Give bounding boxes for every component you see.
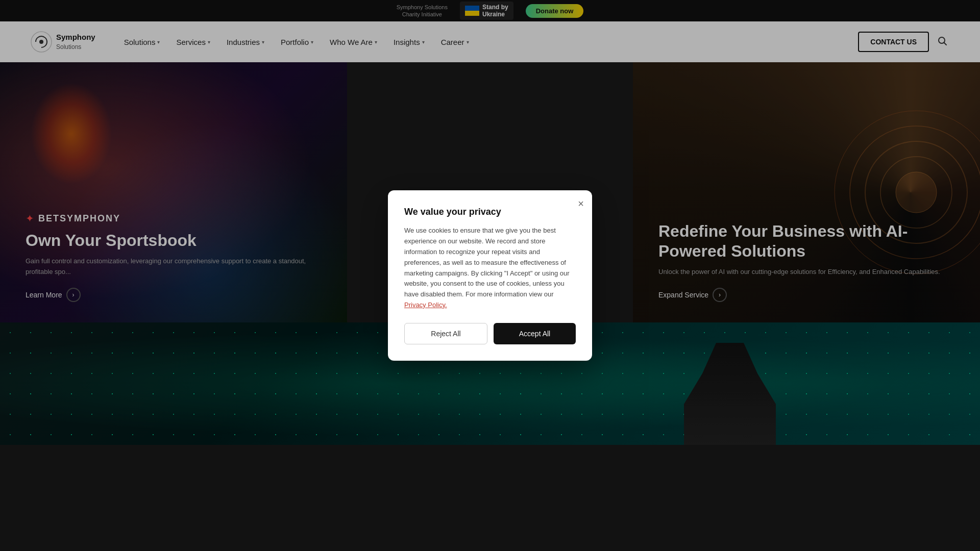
privacy-policy-link[interactable]: Privacy Policy. bbox=[404, 301, 447, 309]
cookie-modal: × We value your privacy We use cookies t… bbox=[388, 190, 592, 360]
accept-all-button[interactable]: Accept All bbox=[494, 323, 576, 344]
modal-actions: Reject All Accept All bbox=[404, 323, 576, 344]
modal-body: We use cookies to ensure that we give yo… bbox=[404, 226, 576, 310]
modal-overlay[interactable]: × We value your privacy We use cookies t… bbox=[0, 0, 980, 445]
modal-body-text: We use cookies to ensure that we give yo… bbox=[404, 227, 570, 298]
modal-title: We value your privacy bbox=[404, 207, 576, 217]
reject-all-button[interactable]: Reject All bbox=[404, 323, 487, 344]
modal-close-button[interactable]: × bbox=[578, 198, 584, 209]
